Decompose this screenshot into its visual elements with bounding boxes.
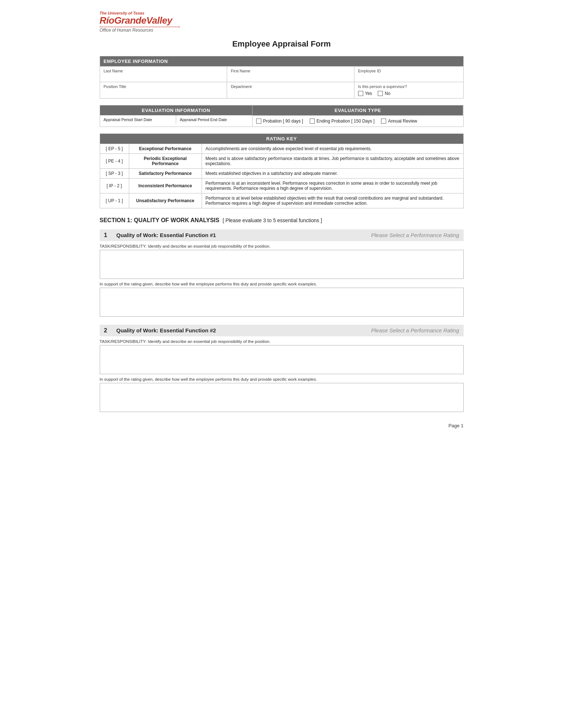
function-block-1: 1 Quality of Work: Essential Function #1… (100, 229, 464, 317)
section1-colon: : (130, 217, 134, 223)
rating-desc: Accomplishments are consistently above e… (202, 144, 463, 153)
eval-dates-row: Appraisal Period Start Date Appraisal Pe… (100, 115, 252, 124)
no-checkbox[interactable] (378, 91, 383, 96)
ending-probation-label: Ending Probation [ 150 Days ] (317, 119, 374, 124)
support-label-1: In support of the rating given, describe… (100, 282, 464, 286)
page-number: Page 1 (448, 423, 463, 428)
rating-row: [ EP - 5 ] Exceptional Performance Accom… (100, 144, 463, 153)
function-title-1: Quality of Work: Essential Function #1 (116, 232, 216, 238)
position-title-label: Position Title (104, 84, 223, 89)
yes-checkbox-item[interactable]: Yes (358, 91, 372, 96)
yes-label: Yes (365, 91, 372, 96)
rating-desc: Performance is at an inconsistent level.… (202, 178, 463, 193)
first-name-label: First Name (231, 69, 350, 73)
first-name-cell: First Name (227, 66, 354, 82)
support-textarea-1[interactable] (100, 288, 464, 317)
rating-name: Exceptional Performance (129, 144, 202, 153)
logo-divider (100, 27, 180, 27)
support-textarea-2[interactable] (100, 383, 464, 412)
department-cell: Department (227, 82, 354, 98)
function-num-2: 2 (104, 327, 111, 334)
section1-title-row: SECTION 1: QUALITY OF WORK ANALYSIS [ Pl… (100, 217, 464, 224)
logo-line3: Office of Human Resources (100, 28, 464, 33)
task-label-2: TASK/RESPONSIBILITY: Identify and descri… (100, 339, 464, 344)
rating-row: [ IP - 2 ] Inconsistent Performance Perf… (100, 178, 463, 193)
logo-line2: RíoGrandeValley (100, 15, 464, 26)
position-title-cell: Position Title (100, 82, 227, 98)
rating-name: Satisfactory Performance (129, 168, 202, 178)
probation-checkbox[interactable] (256, 119, 261, 124)
end-date-label: Appraisal Period End Date (180, 117, 227, 122)
employee-id-cell: Employee ID (354, 66, 463, 82)
function-title-row-2: 2 Quality of Work: Essential Function #2… (100, 325, 464, 336)
rating-code: [ SP - 3 ] (100, 168, 129, 178)
eval-type-header: EVALUATION TYPE (253, 105, 463, 115)
rating-desc: Meets and is above satisfactory performa… (202, 153, 463, 168)
employee-info-header: EMPLOYEE INFORMATION (100, 56, 463, 66)
section1-subtitle: QUALITY OF WORK ANALYSIS (134, 217, 219, 223)
rating-key-header: RATING KEY (100, 133, 463, 144)
page-footer: Page 1 (100, 423, 464, 428)
rating-row: [ PE - 4 ] Periodic Exceptional Performa… (100, 153, 463, 168)
eval-type-checkboxes: Probation [ 90 days ] Ending Probation [… (253, 115, 463, 127)
rating-code: [ UP - 1 ] (100, 193, 129, 208)
task-label-1: TASK/RESPONSIBILITY: Identify and descri… (100, 244, 464, 248)
performance-select-1[interactable]: Please Select a Performance Rating (371, 232, 459, 238)
last-name-cell: Last Name (100, 66, 227, 82)
no-checkbox-item[interactable]: No (378, 91, 390, 96)
rating-row: [ SP - 3 ] Satisfactory Performance Meet… (100, 168, 463, 178)
start-date-cell: Appraisal Period Start Date (100, 115, 177, 124)
annual-review-checkbox-item[interactable]: Annual Review (381, 119, 417, 124)
task-textarea-2[interactable] (100, 345, 464, 374)
rating-name: Periodic Exceptional Performance (129, 153, 202, 168)
eval-info-header: EVALUATION INFORMATION (100, 105, 252, 115)
employee-id-label: Employee ID (358, 69, 460, 73)
task-textarea-1[interactable] (100, 250, 464, 279)
rating-desc: Performance is at level below establishe… (202, 193, 463, 208)
rating-name: Inconsistent Performance (129, 178, 202, 193)
no-label: No (385, 91, 390, 96)
rating-code: [ IP - 2 ] (100, 178, 129, 193)
logo-section: The University of Texas RíoGrandeValley … (100, 11, 464, 33)
probation-checkbox-item[interactable]: Probation [ 90 days ] (256, 119, 303, 124)
ending-probation-checkbox[interactable] (310, 119, 315, 124)
function-block-2: 2 Quality of Work: Essential Function #2… (100, 325, 464, 412)
department-label: Department (231, 84, 350, 89)
rating-desc: Meets established objectives in a satisf… (202, 168, 463, 178)
utrgv-logo: The University of Texas RíoGrandeValley … (100, 11, 464, 33)
supervisor-label: Is this person a supervisor? (358, 84, 460, 89)
end-date-cell: Appraisal Period End Date (176, 115, 252, 124)
rating-key-table: RATING KEY [ EP - 5 ] Exceptional Perfor… (100, 133, 464, 208)
probation-label: Probation [ 90 days ] (263, 119, 303, 124)
ending-probation-checkbox-item[interactable]: Ending Probation [ 150 Days ] (310, 119, 374, 124)
rating-row: [ UP - 1 ] Unsatisfactory Performance Pe… (100, 193, 463, 208)
support-label-2: In support of the rating given, describe… (100, 377, 464, 381)
section1-instruction: [ Please evaluate 3 to 5 essential funct… (223, 217, 322, 223)
section1-title: SECTION 1 (100, 217, 130, 223)
performance-select-2[interactable]: Please Select a Performance Rating (371, 327, 459, 333)
annual-review-label: Annual Review (388, 119, 417, 124)
rating-code: [ EP - 5 ] (100, 144, 129, 153)
function-title-row-1: 1 Quality of Work: Essential Function #1… (100, 229, 464, 241)
function-num-1: 1 (104, 232, 111, 239)
supervisor-cell: Is this person a supervisor? Yes No (354, 82, 463, 98)
functions-container: 1 Quality of Work: Essential Function #1… (100, 229, 464, 412)
yes-checkbox[interactable] (358, 91, 363, 96)
eval-info-left: EVALUATION INFORMATION Appraisal Period … (100, 105, 253, 127)
annual-review-checkbox[interactable] (381, 119, 386, 124)
evaluation-info-section: EVALUATION INFORMATION Appraisal Period … (100, 105, 464, 127)
function-title-2: Quality of Work: Essential Function #2 (116, 327, 216, 333)
last-name-label: Last Name (104, 69, 223, 73)
supervisor-checkboxes: Yes No (358, 91, 460, 96)
employee-info-table: EMPLOYEE INFORMATION Last Name First Nam… (100, 56, 464, 99)
eval-type-right: EVALUATION TYPE Probation [ 90 days ] En… (253, 105, 463, 127)
rating-code: [ PE - 4 ] (100, 153, 129, 168)
start-date-label: Appraisal Period Start Date (104, 117, 152, 122)
rating-name: Unsatisfactory Performance (129, 193, 202, 208)
page-title: Employee Appraisal Form (100, 39, 464, 49)
